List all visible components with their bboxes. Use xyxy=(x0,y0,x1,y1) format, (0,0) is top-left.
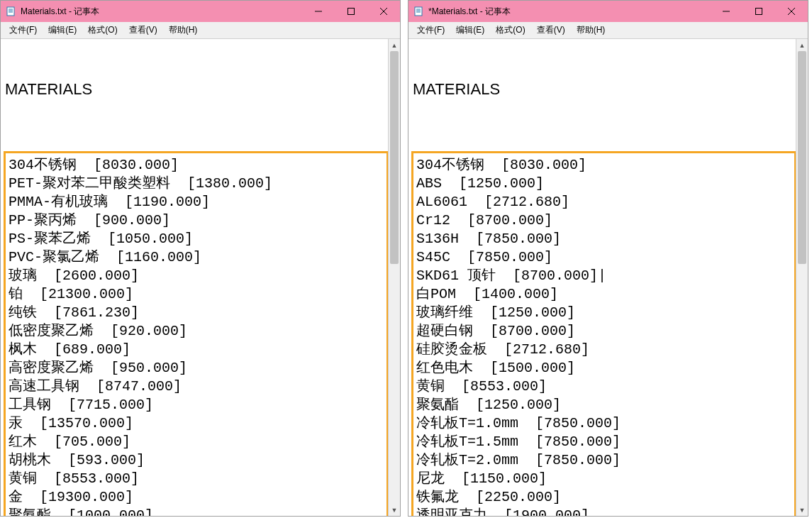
svg-rect-0 xyxy=(7,7,14,16)
maximize-button[interactable] xyxy=(743,1,775,22)
titlebar[interactable]: *Materials.txt - 记事本 xyxy=(408,1,808,22)
window-title: *Materials.txt - 记事本 xyxy=(428,6,710,18)
minimize-button[interactable] xyxy=(302,1,335,22)
scroll-thumb[interactable] xyxy=(390,51,399,264)
window-title: Materials.txt - 记事本 xyxy=(21,6,302,18)
text-area[interactable]: MATERIALS 304不锈钢 [8030.000] PET-聚对苯二甲酸类塑… xyxy=(1,39,400,516)
menu-format[interactable]: 格式(O) xyxy=(82,23,123,38)
scroll-track[interactable] xyxy=(796,51,808,504)
document-icon xyxy=(5,6,16,17)
menu-edit[interactable]: 编辑(E) xyxy=(43,23,82,38)
heading: MATERIALS xyxy=(411,80,796,99)
menu-edit[interactable]: 编辑(E) xyxy=(450,23,490,38)
materials-list: 304不锈钢 [8030.000] ABS [1250.000] AL6061 … xyxy=(411,151,796,516)
menu-help[interactable]: 帮助(H) xyxy=(571,23,611,38)
menubar: 文件(F) 编辑(E) 格式(O) 查看(V) 帮助(H) xyxy=(408,22,808,39)
svg-rect-13 xyxy=(756,9,762,15)
menu-format[interactable]: 格式(O) xyxy=(490,23,530,38)
minimize-button[interactable] xyxy=(710,1,743,22)
scroll-down-icon[interactable]: ▼ xyxy=(389,504,400,516)
svg-rect-8 xyxy=(415,7,422,16)
materials-list: 304不锈钢 [8030.000] PET-聚对苯二甲酸类塑料 [1380.00… xyxy=(4,151,389,516)
scroll-thumb[interactable] xyxy=(798,51,806,264)
menu-file[interactable]: 文件(F) xyxy=(411,23,450,38)
menu-view[interactable]: 查看(V) xyxy=(531,23,571,38)
close-button[interactable] xyxy=(775,1,808,22)
scroll-up-icon[interactable]: ▲ xyxy=(796,39,808,51)
menu-file[interactable]: 文件(F) xyxy=(4,23,43,38)
window-controls xyxy=(302,1,400,22)
menu-view[interactable]: 查看(V) xyxy=(123,23,163,38)
scroll-track[interactable] xyxy=(389,51,400,504)
scroll-down-icon[interactable]: ▼ xyxy=(796,504,808,516)
scroll-up-icon[interactable]: ▲ xyxy=(389,39,400,51)
text-area[interactable]: MATERIALS 304不锈钢 [8030.000] ABS [1250.00… xyxy=(408,39,808,516)
window-controls xyxy=(710,1,808,22)
notepad-window-right: *Materials.txt - 记事本 文件(F) 编辑(E) 格式(O) 查… xyxy=(408,0,808,517)
vertical-scrollbar[interactable]: ▲ ▼ xyxy=(388,39,400,516)
vertical-scrollbar[interactable]: ▲ ▼ xyxy=(796,39,808,516)
close-button[interactable] xyxy=(367,1,400,22)
heading: MATERIALS xyxy=(4,80,389,99)
menu-help[interactable]: 帮助(H) xyxy=(163,23,204,38)
document-icon xyxy=(413,6,424,17)
svg-rect-5 xyxy=(348,9,355,15)
maximize-button[interactable] xyxy=(335,1,367,22)
notepad-window-left: Materials.txt - 记事本 文件(F) 编辑(E) 格式(O) 查看… xyxy=(0,0,401,517)
menubar: 文件(F) 编辑(E) 格式(O) 查看(V) 帮助(H) xyxy=(1,22,400,39)
titlebar[interactable]: Materials.txt - 记事本 xyxy=(1,1,400,22)
